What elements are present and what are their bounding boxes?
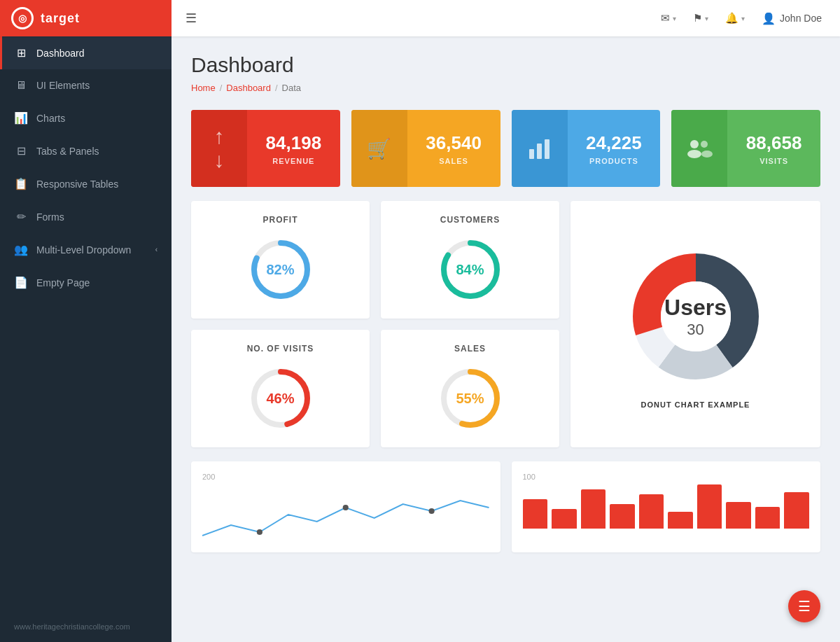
user-button[interactable]: 👤 John Doe <box>755 8 829 29</box>
dashboard-icon: ⊞ <box>14 46 28 60</box>
sidebar-label-forms: Forms <box>36 211 158 223</box>
line-y-label: 200 <box>202 473 215 481</box>
logo-area: ◎ target <box>0 0 172 36</box>
stat-card-revenue: ↑↓ 84,198 REVENUE <box>191 110 340 187</box>
visits-circle-title: NO. OF VISITS <box>247 344 314 354</box>
visits-value: 88,658 <box>746 132 802 154</box>
svg-rect-1 <box>537 144 542 159</box>
footer-text: www.heritagechristiancollege.com <box>14 622 130 631</box>
sidebar-label-tables: Responsive Tables <box>36 179 158 190</box>
svg-point-5 <box>701 141 708 148</box>
sidebar-item-charts[interactable]: 📊 Charts <box>0 102 172 134</box>
sidebar-label-charts: Charts <box>36 113 158 124</box>
mail-chevron: ▾ <box>673 15 676 22</box>
stats-row: ↑↓ 84,198 REVENUE 🛒 36,540 SALES <box>191 110 820 187</box>
bar-3 <box>581 489 606 529</box>
sidebar-label-tabs: Tabs & Panels <box>36 146 158 157</box>
visits-people-icon <box>686 139 713 158</box>
tables-icon: 📋 <box>14 177 28 190</box>
bell-button[interactable]: 🔔 ▾ <box>718 8 752 29</box>
page-title: Dashboard <box>191 53 820 77</box>
sidebar-label-ui-elements: UI Elements <box>36 80 158 91</box>
breadcrumb: Home / Dashboard / Data <box>191 83 820 93</box>
bar-9 <box>755 507 780 529</box>
hamburger-icon: ☰ <box>186 11 197 26</box>
mail-button[interactable]: ✉ ▾ <box>654 8 683 29</box>
revenue-icon: ↑↓ <box>214 125 225 172</box>
mail-icon: ✉ <box>661 12 670 25</box>
left-charts-col: PROFIT 82% NO. OF VISITS <box>191 201 370 447</box>
donut-title: DONUT CHART EXAMPLE <box>641 400 750 409</box>
sales-circle: 55% <box>435 363 505 433</box>
bar-6 <box>668 512 693 529</box>
products-icon-area <box>512 110 568 187</box>
flag-button[interactable]: ⚑ ▾ <box>686 8 715 29</box>
svg-point-4 <box>687 150 701 158</box>
revenue-icon-area: ↑↓ <box>191 110 247 187</box>
sales-icon-area: 🛒 <box>351 110 407 187</box>
products-value: 24,225 <box>586 132 642 154</box>
flag-chevron: ▾ <box>705 15 708 22</box>
bell-chevron: ▾ <box>741 15 745 22</box>
sales-value: 36,540 <box>426 132 482 154</box>
sidebar-label-dropdown: Multi-Level Dropdown <box>36 244 147 256</box>
tabs-icon: ⊟ <box>14 144 28 158</box>
breadcrumb-home[interactable]: Home <box>191 83 216 93</box>
sidebar-item-ui-elements[interactable]: 🖥 UI Elements <box>0 69 172 102</box>
header-right: ✉ ▾ ⚑ ▾ 🔔 ▾ 👤 John Doe <box>654 8 840 29</box>
flag-icon: ⚑ <box>693 12 702 25</box>
sidebar-item-empty-page[interactable]: 📄 Empty Page <box>0 266 172 299</box>
stat-card-visits: 88,658 VISITS <box>671 110 820 187</box>
charts-row: PROFIT 82% NO. OF VISITS <box>191 201 820 447</box>
stat-card-sales: 🛒 36,540 SALES <box>351 110 500 187</box>
sidebar-item-forms[interactable]: ✏ Forms <box>0 200 172 233</box>
empty-page-icon: 📄 <box>14 276 28 289</box>
revenue-info: 84,198 REVENUE <box>247 110 340 187</box>
chart-card-profit: PROFIT 82% <box>191 201 370 319</box>
logo-text: target <box>41 11 80 26</box>
svg-point-20 <box>257 529 262 535</box>
visits-circle-value: 46% <box>266 391 294 407</box>
bottom-chart-bar: 100 <box>512 461 821 552</box>
donut-chart-card: Users 30 DONUT CHART EXAMPLE <box>570 201 820 447</box>
sidebar-item-dashboard[interactable]: ⊞ Dashboard <box>0 36 172 69</box>
bar-1 <box>523 499 548 529</box>
bar-4 <box>610 504 635 529</box>
profit-title: PROFIT <box>263 215 298 225</box>
donut-center: Users 30 <box>664 295 727 339</box>
logo-icon: ◎ <box>11 7 34 29</box>
bar-2 <box>552 509 577 529</box>
chart-card-no-visits: NO. OF VISITS 46% <box>191 330 370 447</box>
sidebar-item-responsive-tables[interactable]: 📋 Responsive Tables <box>0 167 172 200</box>
sales-icon: 🛒 <box>367 137 391 160</box>
donut-label: Users <box>664 295 727 321</box>
customers-circle: 84% <box>435 235 505 305</box>
breadcrumb-sep2: / <box>275 83 278 93</box>
bar-10 <box>784 492 809 529</box>
visits-info: 88,658 VISITS <box>727 110 820 187</box>
visits-label: VISITS <box>760 157 788 165</box>
sidebar-label-dashboard: Dashboard <box>36 48 158 59</box>
dropdown-icon: 👥 <box>14 243 28 256</box>
right-charts-col: CUSTOMERS 84% SALES <box>381 201 559 447</box>
visits-icon-area <box>671 110 727 187</box>
sidebar-item-multi-dropdown[interactable]: 👥 Multi-Level Dropdown ‹ <box>0 233 172 266</box>
revenue-value: 84,198 <box>266 132 322 154</box>
sidebar-item-tabs-panels[interactable]: ⊟ Tabs & Panels <box>0 134 172 167</box>
sidebar: ⊞ Dashboard 🖥 UI Elements 📊 Charts ⊟ Tab… <box>0 36 172 642</box>
breadcrumb-dashboard[interactable]: Dashboard <box>226 83 271 93</box>
profit-circle: 82% <box>246 235 316 305</box>
breadcrumb-data: Data <box>282 83 301 93</box>
main-layout: ⊞ Dashboard 🖥 UI Elements 📊 Charts ⊟ Tab… <box>0 36 840 642</box>
bell-icon: 🔔 <box>725 12 738 25</box>
forms-icon: ✏ <box>14 210 28 223</box>
hamburger-button[interactable]: ☰ <box>172 0 211 36</box>
user-name: John Doe <box>780 13 822 24</box>
ui-elements-icon: 🖥 <box>14 79 28 92</box>
svg-rect-2 <box>545 139 550 159</box>
bottom-row: 200 100 <box>191 461 820 552</box>
line-chart-svg <box>202 487 489 550</box>
donut-wrapper: Users 30 <box>626 246 766 386</box>
fab-button[interactable]: ☰ <box>788 590 820 622</box>
sidebar-footer: www.heritagechristiancollege.com <box>0 611 172 642</box>
